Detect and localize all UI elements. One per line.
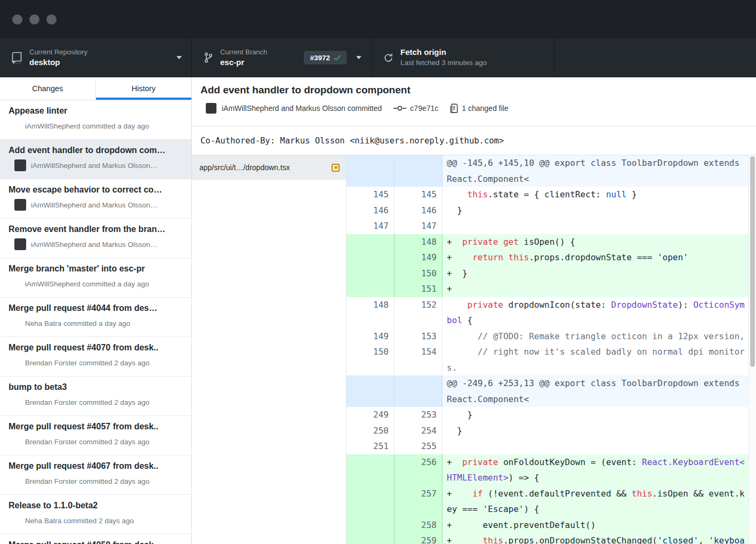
commit-list-item[interactable]: Add event handler to dropdown com…iAmWil… [0, 140, 191, 179]
avatar-pair [9, 159, 26, 171]
toolbar-spacer [554, 38, 756, 77]
file-path: app/src/ui/t…/dropdown.tsx [199, 163, 332, 172]
old-line-number: 147 [347, 218, 395, 234]
diff-row-added: 258+ event.preventDefault() [347, 517, 749, 533]
commit-sha: c79e71c [410, 104, 438, 113]
tab-history-label: History [132, 84, 156, 93]
new-line-number: 153 [395, 329, 443, 345]
new-line-number: 152 [395, 297, 443, 329]
old-line-number: 251 [347, 438, 395, 454]
commit-row-meta: iAmWillShepherd committed a day ago [9, 120, 185, 132]
commit-list-item[interactable]: Remove event handler from the bran…iAmWi… [0, 219, 191, 258]
commit-list-item[interactable]: Merge pull request #4067 from desk..Bren… [0, 455, 191, 495]
commit-summary: Add event handler to dropdown component … [192, 77, 756, 126]
chevron-down-icon [356, 56, 361, 59]
old-line-number: 250 [347, 423, 395, 439]
new-line-number: 154 [395, 344, 443, 375]
avatar [9, 278, 20, 290]
commit-row-meta: iAmWillShepherd committed a day ago [9, 278, 185, 290]
avatar [14, 159, 26, 171]
avatar [206, 103, 216, 114]
diff-row-added: 256+ private onFoldoutKeyDown = (event: … [347, 454, 749, 486]
window-close-button[interactable] [12, 14, 22, 25]
commit-row-meta-text: iAmWillShepherd and Markus Olsson… [31, 201, 157, 209]
commit-list-item[interactable]: Merge pull request #4057 from desk..Bren… [0, 416, 191, 455]
code-cell: } [443, 407, 749, 423]
commit-row-title: Move escape behavior to correct co… [9, 185, 185, 195]
old-line-number [347, 517, 395, 533]
new-line-number: 259 [395, 533, 443, 544]
commit-row-meta: Brendan Forster committed 2 days ago [9, 357, 185, 369]
commit-row-meta-text: Neha Batra committed 2 days ago [25, 517, 134, 525]
commit-row-title: Release to 1.1.0-beta2 [9, 500, 185, 511]
commit-authors: iAmWillShepherd and Markus Olsson commit… [222, 104, 382, 113]
file-list-item[interactable]: app/src/ui/t…/dropdown.tsx [192, 155, 346, 180]
scrollbar-thumb[interactable] [750, 156, 755, 367]
changed-files-panel: app/src/ui/t…/dropdown.tsx [192, 155, 347, 544]
commit-list-item[interactable]: Move escape behavior to correct co…iAmWi… [0, 179, 191, 219]
commit-list-item[interactable]: Merge branch 'master' into esc-priAmWill… [0, 258, 191, 298]
repository-dropdown-button[interactable]: Current Repository desktop [0, 38, 192, 77]
tab-history[interactable]: History [96, 77, 192, 100]
pull-request-badge[interactable]: #3972 [304, 51, 347, 65]
old-line-number [347, 155, 395, 187]
code-cell: + if (!event.defaultPrevented && this.is… [443, 486, 749, 517]
diff-scrollbar[interactable] [749, 155, 756, 544]
history-sidebar: Changes History Appease linteriAmWillShe… [0, 77, 192, 544]
new-line-number: 150 [395, 266, 443, 282]
commit-list-item[interactable]: Release to 1.1.0-beta2Neha Batra committ… [0, 495, 191, 534]
new-line-number: 258 [395, 517, 443, 533]
commit-list-item[interactable]: Merge pull request #4070 from desk..Bren… [0, 337, 191, 377]
old-line-number [347, 250, 395, 266]
code-cell: this.state = { clientRect: null } [443, 187, 749, 203]
old-line-number: 149 [347, 329, 395, 345]
diff-row-context: 148152 private dropdownIcon(state: Dropd… [347, 297, 749, 329]
co-authored-by-text: Co-Authored-By: Markus Olsson <niik@user… [200, 136, 504, 146]
commit-row-meta-text: Brendan Forster committed 2 days ago [25, 438, 149, 446]
window-minimize-button[interactable] [29, 14, 39, 25]
diff-row-context: 150154 // right now it's scaled badly on… [347, 344, 749, 375]
code-cell: + private onFoldoutKeyDown = (event: Rea… [443, 454, 749, 486]
commit-row-meta-text: iAmWillShepherd and Markus Olsson… [31, 241, 157, 249]
diff-row-context: 147147 [347, 218, 749, 234]
commit-row-title: Merge pull request #4044 from des… [9, 303, 185, 314]
diff-row-context: 149153 // @TODO: Remake triangle octicon… [347, 329, 749, 345]
code-cell: private dropdownIcon(state: DropdownStat… [443, 297, 749, 329]
commit-row-meta-text: Neha Batra committed a day ago [25, 319, 130, 327]
commit-row-meta: iAmWillShepherd and Markus Olsson… [9, 159, 185, 171]
commit-row-meta: Brendan Forster committed 2 days ago [9, 436, 185, 447]
avatar-pair [9, 238, 26, 250]
old-line-number [347, 266, 395, 282]
diff-row-added: 148+ private get isOpen() { [347, 234, 749, 250]
modified-status-icon [332, 164, 340, 172]
avatar-pair [200, 103, 216, 114]
check-icon [334, 54, 341, 61]
commit-list-item[interactable]: Merge pull request #4050 from desk.. [0, 534, 191, 544]
commit-row-title: Merge pull request #4067 from desk.. [9, 461, 185, 471]
branch-name: esc-pr [220, 58, 267, 68]
commit-row-meta: Brendan Forster committed 2 days ago [9, 396, 185, 408]
commit-list-item[interactable]: bump to beta3Brendan Forster committed 2… [0, 377, 191, 416]
code-cell: + private get isOpen() { [443, 234, 749, 250]
commit-list-item[interactable]: Appease linteriAmWillShepherd committed … [0, 100, 191, 140]
code-cell: // right now it's scaled badly on normal… [443, 344, 749, 375]
avatar [14, 199, 26, 211]
avatar [9, 475, 20, 487]
pull-request-number: #3972 [310, 54, 330, 62]
commit-list-item[interactable]: Merge pull request #4044 from des…Neha B… [0, 298, 191, 337]
new-line-number: 254 [395, 423, 443, 439]
commit-row-meta-text: Brendan Forster committed 2 days ago [25, 398, 149, 406]
fetch-origin-button[interactable]: Fetch origin Last fetched 3 minutes ago [372, 38, 554, 77]
sync-icon [383, 53, 393, 63]
avatar [9, 436, 20, 447]
branch-dropdown-button[interactable]: Current Branch esc-pr #3972 [192, 38, 372, 77]
code-cell: + event.preventDefault() [443, 517, 749, 533]
chevron-down-icon [176, 56, 182, 59]
commit-row-meta: Neha Batra committed 2 days ago [9, 515, 185, 526]
code-cell [443, 218, 749, 234]
commit-row-title: Merge pull request #4070 from desk.. [9, 342, 185, 353]
commit-row-title: Add event handler to dropdown com… [9, 145, 185, 156]
window-zoom-button[interactable] [46, 14, 57, 25]
tab-changes[interactable]: Changes [0, 77, 96, 100]
sidebar-tabs: Changes History [0, 77, 191, 100]
